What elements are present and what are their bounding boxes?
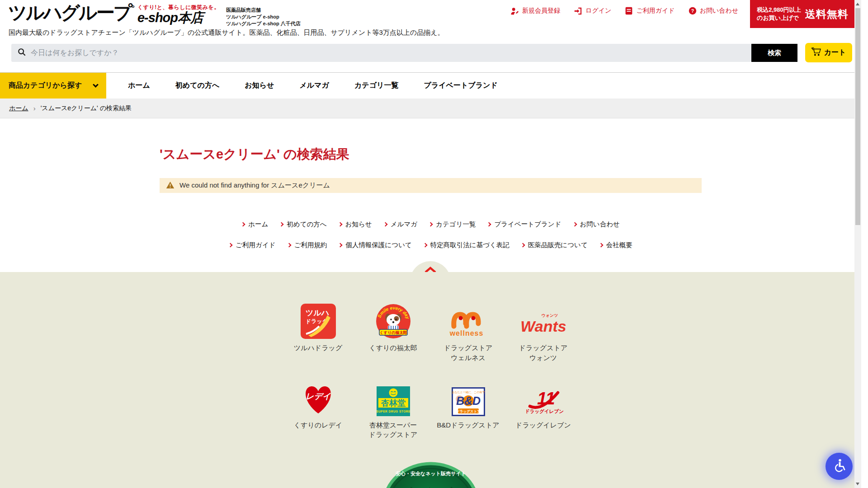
nav-items: ホーム 初めての方へ お知らせ メルマガ カテゴリ一覧 プライベートブランド: [128, 81, 498, 90]
chevron-right-icon: [520, 243, 525, 248]
breadcrumb-current: 'スムースeクリーム' の検索結果: [41, 104, 132, 113]
svg-text:安心・安全なネット販売サイト: 安心・安全なネット販売サイト: [396, 471, 466, 477]
footer-link-commerce-law[interactable]: 特定商取引法に基づく表記: [424, 241, 509, 249]
svg-text:適合店: 適合店: [400, 486, 462, 488]
store-label: ツルハドラッグ: [294, 343, 342, 353]
lady-heart-logo: レデイ: [299, 378, 337, 416]
svg-text:あなたと一緒に、この街で: あなたと一緒に、この街で: [452, 391, 485, 394]
chevron-right-icon: [572, 222, 577, 227]
store-label: くすりの福太郎: [369, 343, 417, 353]
login-label: ログイン: [585, 7, 611, 15]
svg-text:?: ?: [691, 8, 694, 14]
svg-text:B&D: B&D: [456, 394, 480, 407]
no-results-warning: We could not find anything for スムースeクリーム: [160, 178, 702, 193]
store-wants[interactable]: ウォンツ Wants ドラッグストアウォンツ: [519, 301, 567, 363]
nav-item-category-list[interactable]: カテゴリ一覧: [354, 81, 399, 90]
header-utility-links: 新規会員登録 ログイン ご利用ガイド ? お問い合わせ: [510, 7, 738, 15]
accessibility-button[interactable]: [826, 453, 853, 480]
search-input[interactable]: [31, 49, 751, 57]
svg-text:ツルハ: ツルハ: [306, 309, 329, 317]
login-arrow-icon: [574, 7, 582, 15]
nav-item-mailmag[interactable]: メルマガ: [299, 81, 329, 90]
svg-text:杏林堂: 杏林堂: [381, 399, 406, 408]
page-title: 'スムースeクリーム' の検索結果: [160, 145, 349, 164]
certification-badge[interactable]: 安心・安全なネット販売サイト 適合店: [383, 460, 479, 488]
search-box: [11, 44, 751, 62]
logo-brand-text: ツルハグループ: [8, 3, 131, 23]
site-logo[interactable]: ツルハグループ ° くすり!と、暮らしに微笑みを。 e-shop本店 医薬品販売…: [8, 3, 301, 27]
category-menu-button[interactable]: 商品カテゴリから探す: [0, 73, 106, 99]
chevron-right-icon: [383, 222, 387, 227]
footer-link-company[interactable]: 会社概要: [599, 241, 632, 249]
free-shipping-banner: 税込2,980円以上 のお買い上げで 送料無料: [750, 0, 855, 28]
store-label: ドラッグストアウェルネス: [444, 343, 492, 363]
chevron-right-icon: [599, 243, 603, 248]
fukutaro-logo: Smile every day! くすりの福太郎: [376, 301, 411, 339]
main-nav: 商品カテゴリから探す ホーム 初めての方へ お知らせ メルマガ カテゴリ一覧 プ…: [0, 72, 861, 99]
nav-item-private-brand[interactable]: プライベートブランド: [424, 81, 497, 90]
store-bd-drug[interactable]: あなたと一緒に、この街で B&D ドラッグストア B&Dドラッグストア: [437, 378, 499, 440]
contact-link[interactable]: ? お問い合わせ: [689, 7, 738, 15]
footer-link-news[interactable]: お知らせ: [339, 220, 372, 229]
store-label: ドラッグイレブン: [515, 420, 571, 430]
register-label: 新規会員登録: [522, 7, 560, 15]
tsuruha-drug-logo: ツルハ ドラッグ: [301, 301, 336, 339]
cart-label: カート: [824, 48, 846, 57]
breadcrumb: ホーム › 'スムースeクリーム' の検索結果: [0, 99, 861, 118]
store-drug-eleven[interactable]: 11 ドラッグイレブン ドラッグイレブン: [515, 378, 571, 440]
chevron-right-icon: [287, 243, 291, 248]
login-link[interactable]: ログイン: [574, 7, 611, 15]
footer-link-category-list[interactable]: カテゴリ一覧: [429, 220, 476, 229]
footer-link-home[interactable]: ホーム: [241, 220, 268, 229]
nav-item-news[interactable]: お知らせ: [245, 81, 274, 90]
logo-shop-block: くすり!と、暮らしに微笑みを。 e-shop本店: [137, 4, 220, 25]
footer-link-private-brand[interactable]: プライベートブランド: [487, 220, 561, 229]
cart-icon: [811, 47, 821, 58]
footer-link-first-time[interactable]: 初めての方へ: [280, 220, 326, 229]
chevron-right-icon: [423, 243, 427, 248]
footer-links-row-2: ご利用ガイド ご利用規約 個人情報保護について 特定商取引法に基づく表記 医薬品…: [0, 241, 861, 249]
store-tsuruha-drug[interactable]: ツルハ ドラッグ ツルハドラッグ: [294, 301, 342, 363]
logo-degree-mark: °: [132, 4, 135, 13]
store-line-1: ツルハグループ e-shop: [226, 14, 301, 20]
logo-shop-name: e-shop本店: [137, 11, 220, 25]
chevron-right-icon: [487, 222, 491, 227]
site-footer-stores: ツルハ ドラッグ ツルハドラッグ Smile every day!: [0, 272, 861, 488]
register-link[interactable]: 新規会員登録: [510, 7, 560, 15]
nav-item-home[interactable]: ホーム: [128, 81, 150, 90]
chevron-down-icon: [93, 82, 99, 88]
footer-link-contact[interactable]: お問い合わせ: [573, 220, 620, 229]
store-kyorindo[interactable]: 杏林堂 SUPER DRUG STORE 杏林堂スーパードラッグストア: [369, 378, 417, 440]
footer-link-mailmag[interactable]: メルマガ: [384, 220, 417, 229]
search-button[interactable]: 検索: [751, 44, 797, 62]
scrollbar-down-arrow[interactable]: [856, 483, 859, 485]
wants-logo: ウォンツ Wants: [520, 301, 567, 339]
user-plus-icon: [510, 7, 519, 15]
footer-link-guide[interactable]: ご利用ガイド: [229, 241, 275, 249]
store-line-2: ツルハグループ e-shop 八千代店: [226, 20, 301, 27]
store-fukutaro[interactable]: Smile every day! くすりの福太郎 くすりの福: [369, 301, 417, 363]
footer-link-terms[interactable]: ご利用規約: [288, 241, 327, 249]
scrollbar[interactable]: [854, 0, 861, 488]
drug-eleven-logo: 11 ドラッグイレブン: [522, 378, 565, 416]
footer-links: ホーム 初めての方へ お知らせ メルマガ カテゴリ一覧 プライベートブランド お…: [0, 220, 861, 262]
nav-item-first-time[interactable]: 初めての方へ: [175, 81, 220, 90]
chevron-right-icon: [338, 222, 342, 227]
chevron-right-icon: [429, 222, 433, 227]
guide-label: ご利用ガイド: [636, 7, 675, 15]
footer-link-pharma-sales[interactable]: 医薬品販売について: [521, 241, 588, 249]
store-wellness[interactable]: wellness ドラッグストアウェルネス: [444, 301, 492, 363]
scrollbar-thumb[interactable]: [855, 8, 860, 225]
free-shipping-label: 送料無料: [805, 7, 849, 21]
warning-text: We could not find anything for スムースeクリーム: [179, 181, 330, 190]
scrollbar-up-arrow[interactable]: [856, 3, 859, 5]
cart-button[interactable]: カート: [805, 43, 852, 62]
warning-triangle-icon: [166, 181, 175, 190]
guide-link[interactable]: ご利用ガイド: [625, 7, 675, 15]
wheelchair-icon: [832, 458, 846, 474]
store-lady[interactable]: レデイ くすりのレデイ: [294, 378, 342, 440]
search-row: 検索 カート: [11, 44, 852, 64]
breadcrumb-home-link[interactable]: ホーム: [9, 104, 28, 113]
question-icon: ?: [689, 7, 697, 15]
footer-link-privacy[interactable]: 個人情報保護について: [339, 241, 411, 249]
